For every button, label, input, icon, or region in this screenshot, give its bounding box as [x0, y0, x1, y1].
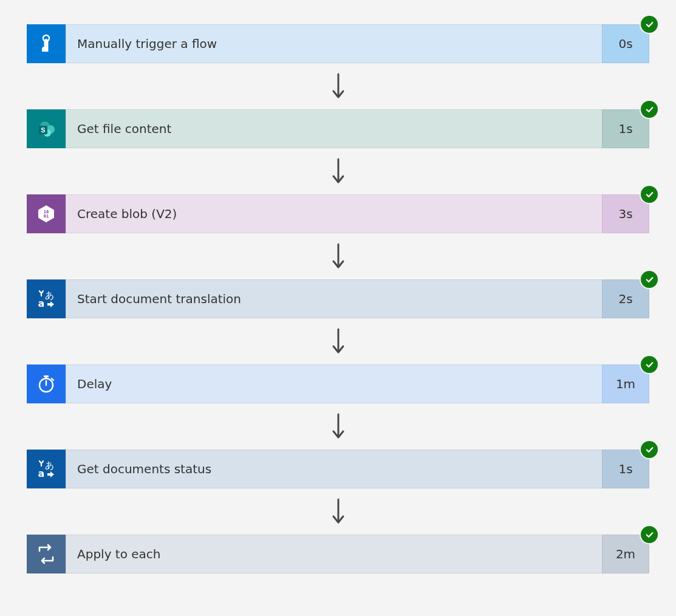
status-success-icon — [641, 186, 658, 203]
flow-arrow-icon — [330, 148, 347, 194]
step-label: Manually trigger a flow — [66, 24, 602, 63]
step-duration: 2s — [602, 279, 649, 318]
flow-step-start-translation[interactable]: Start document translation2s — [27, 279, 649, 318]
step-label: Start document translation — [66, 279, 602, 318]
step-duration: 1s — [602, 450, 649, 488]
step-label: Apply to each — [66, 535, 602, 573]
status-success-icon — [641, 441, 658, 458]
flow-step-delay[interactable]: Delay1m — [27, 364, 649, 403]
step-duration: 1s — [602, 109, 649, 148]
status-success-icon — [641, 16, 658, 33]
flow-arrow-icon — [330, 233, 347, 279]
step-duration: 2m — [602, 535, 649, 573]
touch-icon — [27, 24, 66, 63]
flow-arrow-icon — [330, 403, 347, 450]
step-label: Get documents status — [66, 450, 602, 488]
flow-step-trigger[interactable]: Manually trigger a flow0s — [27, 24, 649, 63]
status-success-icon — [641, 101, 658, 118]
flow-step-apply-each[interactable]: Apply to each2m — [27, 535, 649, 573]
status-success-icon — [641, 526, 658, 543]
flow-arrow-icon — [330, 63, 347, 109]
flow-arrow-icon — [330, 488, 347, 535]
sharepoint-icon — [27, 109, 66, 148]
translate-icon — [27, 450, 66, 488]
blob-icon — [27, 194, 66, 233]
clock-icon — [27, 364, 66, 403]
step-duration: 0s — [602, 24, 649, 63]
step-label: Get file content — [66, 109, 602, 148]
status-success-icon — [641, 356, 658, 373]
step-label: Delay — [66, 364, 602, 403]
step-duration: 3s — [602, 194, 649, 233]
flow-step-get-status[interactable]: Get documents status1s — [27, 450, 649, 488]
flow-arrow-icon — [330, 318, 347, 364]
flow-canvas: Manually trigger a flow0sGet file conten… — [0, 0, 676, 604]
translate-icon — [27, 279, 66, 318]
status-success-icon — [641, 271, 658, 288]
step-duration: 1m — [602, 364, 649, 403]
flow-step-create-blob[interactable]: Create blob (V2)3s — [27, 194, 649, 233]
flow-step-get-file[interactable]: Get file content1s — [27, 109, 649, 148]
loop-icon — [27, 535, 66, 573]
step-label: Create blob (V2) — [66, 194, 602, 233]
